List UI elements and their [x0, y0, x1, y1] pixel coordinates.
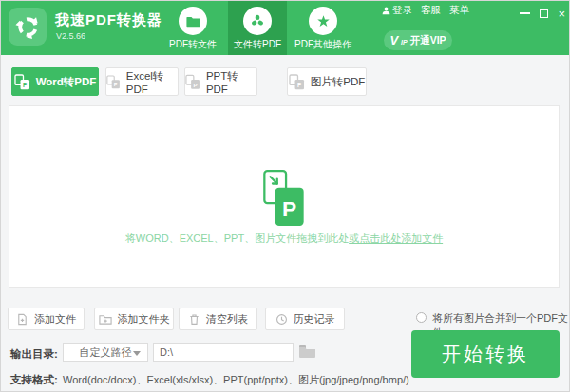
file-dropzone[interactable]: P 将WORD、EXCEL、PPT、图片文件拖拽到此处或点击此处添加文件 [9, 105, 560, 288]
chevron-down-icon [133, 351, 141, 356]
history-button[interactable]: 历史记录 [265, 308, 345, 330]
page-pair-icon: P [14, 74, 30, 90]
service-link[interactable]: 客服 [421, 4, 441, 17]
user-icon [382, 7, 390, 15]
top-links: 登录 客服 菜单 [382, 4, 469, 17]
tab-label: Excel转PDF [126, 69, 178, 95]
output-dir-label: 输出目录: [10, 347, 58, 362]
supported-formats-value: Word(doc/docx)、Excel(xls/xlsx)、PPT(ppt/p… [63, 373, 409, 387]
app-logo [9, 8, 47, 46]
nav-tab-pdf-to-file[interactable]: PDF转文件 [160, 1, 226, 55]
vip-ip-mark: IP [401, 39, 408, 46]
tab-label: PPT转PDF [206, 69, 256, 95]
drop-page-pair-icon: P [262, 169, 306, 228]
button-label: 历史记录 [294, 312, 335, 327]
app-version: V2.5.66 [56, 31, 86, 41]
page-pair-icon: P [106, 74, 121, 90]
svg-text:P: P [282, 196, 296, 221]
nav-tab-pdf-other[interactable]: PDF其他操作 [287, 1, 359, 55]
output-path-input[interactable] [153, 343, 294, 362]
add-files-link[interactable]: 或点击此处添加文件 [349, 233, 443, 244]
nav-tab-label: PDF转文件 [169, 38, 217, 51]
add-file-icon [16, 313, 28, 326]
login-link[interactable]: 登录 [382, 4, 412, 17]
button-label: 添加文件夹 [118, 312, 170, 327]
tab-word-to-pdf[interactable]: P Word转PDF [11, 67, 99, 96]
clear-list-button[interactable]: 清空列表 [179, 308, 257, 330]
browse-folder-icon[interactable] [299, 345, 315, 358]
vip-v-mark: V [390, 33, 398, 47]
tab-label: Word转PDF [36, 75, 97, 89]
menu-link[interactable]: 菜单 [449, 4, 469, 17]
recycle-icon [15, 14, 41, 40]
open-vip-button[interactable]: VIP 开通VIP [384, 30, 452, 50]
tab-excel-to-pdf[interactable]: P Excel转PDF [105, 67, 179, 96]
svg-text:P: P [297, 82, 302, 88]
history-icon [276, 313, 288, 326]
svg-text:P: P [23, 82, 28, 88]
header: 我速PDF转换器 V2.5.66 PDF转文件 文件转PDF [1, 1, 570, 55]
pdf-icon [243, 7, 272, 35]
supported-formats-label: 支持格式: [10, 373, 58, 387]
svg-text:P: P [114, 82, 118, 87]
minimize-icon[interactable] [520, 12, 530, 14]
clear-list-icon [188, 313, 200, 326]
app-window: 我速PDF转换器 V2.5.66 PDF转文件 文件转PDF [0, 0, 570, 392]
tab-label: 图片转PDF [311, 75, 366, 89]
button-label: 添加文件 [34, 312, 76, 327]
path-type-select[interactable]: 自定义路径 [63, 343, 148, 362]
button-label: 清空列表 [206, 312, 248, 327]
close-icon[interactable]: × [558, 8, 565, 20]
page-pair-icon: P [289, 74, 305, 90]
maximize-icon[interactable] [540, 9, 548, 18]
nav-tab-label: PDF其他操作 [294, 38, 352, 51]
add-file-button[interactable]: 添加文件 [8, 308, 85, 330]
folder-icon [179, 7, 207, 35]
window-controls: × [520, 7, 565, 20]
svg-text:P: P [193, 81, 197, 87]
merge-images-radio[interactable] [416, 312, 427, 323]
page-pair-icon: P [185, 74, 200, 90]
tab-ppt-to-pdf[interactable]: P PPT转PDF [184, 67, 257, 96]
app-title: 我速PDF转换器 [55, 11, 162, 29]
add-folder-icon [99, 313, 112, 326]
start-convert-button[interactable]: 开始转换 [411, 330, 560, 378]
add-folder-button[interactable]: 添加文件夹 [94, 308, 174, 330]
nav-tab-label: 文件转PDF [234, 38, 281, 51]
tab-image-to-pdf[interactable]: P 图片转PDF [287, 67, 367, 96]
nav-tab-file-to-pdf[interactable]: 文件转PDF [228, 1, 287, 55]
star-icon [309, 7, 337, 35]
drop-hint: 将WORD、EXCEL、PPT、图片文件拖拽到此处或点击此处添加文件 [10, 232, 559, 246]
